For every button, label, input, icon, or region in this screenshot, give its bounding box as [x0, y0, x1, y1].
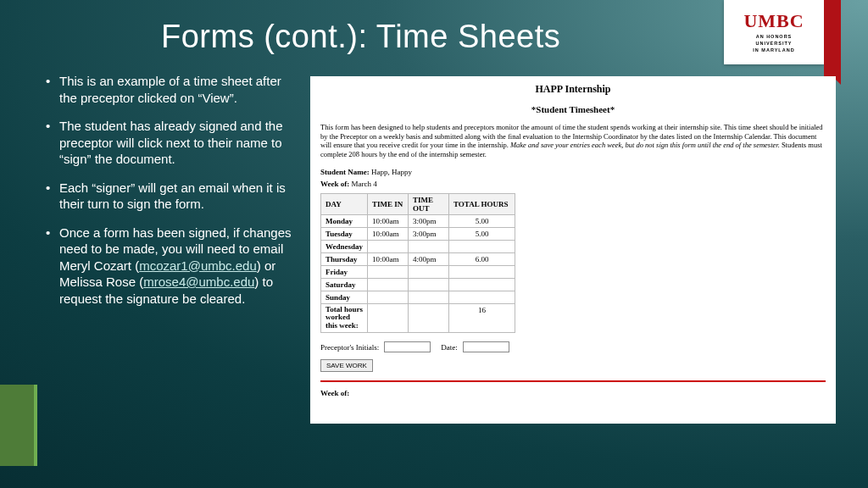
divider-line: [320, 380, 826, 382]
name-label: Student Name:: [320, 168, 370, 176]
bullet-3: Each “signer” will get an email when it …: [46, 180, 292, 213]
bullet-list: This is an example of a time sheet after…: [46, 73, 292, 319]
bullet-4: Once a form has been signed, if changes …: [46, 225, 292, 308]
table-row: Monday10:00am3:00pm5.00: [321, 214, 515, 227]
ribbon-decoration: [824, 0, 841, 76]
name-value: Happ, Happy: [371, 168, 412, 176]
table-row: Thursday10:00am4:00pm6.00: [321, 252, 515, 265]
sheet-instructions: This form has been designed to help stud…: [320, 123, 826, 159]
table-row: Wednesday: [321, 240, 515, 252]
table-row: Sunday: [321, 291, 515, 303]
week-of-2: Week of:: [320, 389, 826, 397]
table-row: Friday: [321, 265, 515, 278]
th-timeout: TIME OUT: [409, 193, 449, 214]
table-header-row: DAY TIME IN TIME OUT TOTAL HOURS: [321, 193, 515, 214]
th-timein: TIME IN: [368, 193, 409, 214]
th-total: TOTAL HOURS: [449, 193, 515, 214]
total-row: Total hours worked this week: 16: [321, 303, 515, 333]
bullet-2-text: The student has already signed and the p…: [59, 119, 283, 166]
logo-word: UMBC: [743, 10, 804, 32]
bullet-2: The student has already signed and the p…: [46, 118, 292, 168]
slide-title: Forms (cont.): Time Sheets: [161, 19, 560, 55]
sheet-subtitle: *Student Timesheet*: [320, 104, 826, 114]
timesheet-table: DAY TIME IN TIME OUT TOTAL HOURS Monday1…: [320, 193, 515, 334]
initials-input[interactable]: [384, 341, 431, 352]
save-work-button[interactable]: SAVE WORK: [320, 359, 373, 372]
date-input[interactable]: [463, 341, 509, 352]
student-name-field: Student Name: Happ, Happy: [320, 168, 826, 176]
total-value: 16: [449, 303, 515, 333]
table-row: Tuesday10:00am3:00pm5.00: [321, 227, 515, 240]
table-row: Saturday: [321, 278, 515, 291]
initials-row: Preceptor's Initials: Date:: [320, 341, 826, 352]
sheet-title: HAPP Internship: [320, 83, 826, 96]
instr-em: Make and save your entries each week, bu…: [510, 141, 780, 149]
week-value: March 4: [352, 180, 377, 188]
logo-subtitle: AN HONORS UNIVERSITY IN MARYLAND: [753, 34, 794, 53]
email-link-rose[interactable]: mrose4@umbc.edu: [143, 274, 254, 289]
timesheet-screenshot: HAPP Internship *Student Timesheet* This…: [310, 76, 836, 424]
bullet-3-text: Each “signer” will get an email when it …: [59, 180, 286, 212]
date-label: Date:: [441, 343, 458, 352]
umbc-logo: UMBC AN HONORS UNIVERSITY IN MARYLAND: [724, 0, 824, 64]
week-label: Week of:: [320, 180, 349, 188]
initials-label: Preceptor's Initials:: [320, 343, 379, 352]
week-of-field: Week of: March 4: [320, 180, 826, 188]
accent-bar: [0, 385, 37, 466]
bullet-1-text: This is an example of a time sheet after…: [59, 74, 281, 105]
email-link-cozart[interactable]: mcozar1@umbc.edu: [139, 258, 257, 273]
total-label: Total hours worked this week:: [321, 303, 368, 333]
th-day: DAY: [321, 193, 368, 214]
bullet-1: This is an example of a time sheet after…: [46, 73, 292, 106]
